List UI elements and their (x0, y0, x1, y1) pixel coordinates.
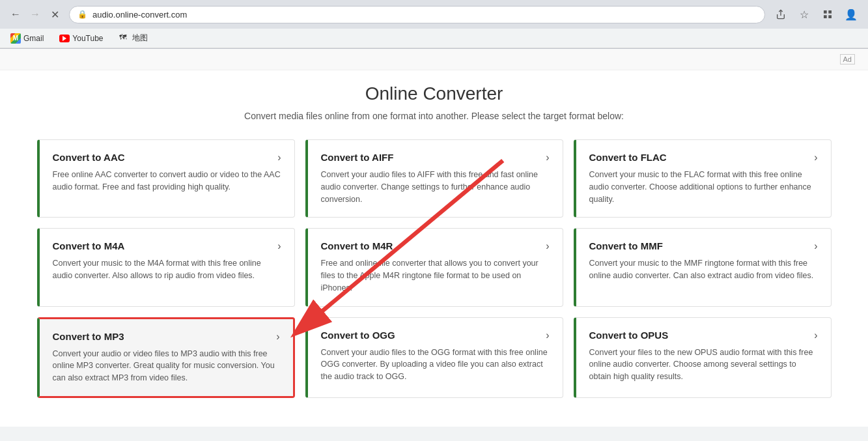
browser-actions: ☆ 👤 (772, 5, 860, 23)
bookmark-maps[interactable]: 🗺 地图 (117, 31, 150, 45)
extensions-button[interactable] (819, 5, 837, 23)
card-m4r-desc: Free and online file converter that allo… (321, 257, 550, 294)
forward-button[interactable]: → (27, 7, 43, 22)
card-flac[interactable]: Convert to FLAC › Convert your music to … (574, 139, 832, 218)
card-aiff-arrow: › (546, 152, 549, 164)
page-subtitle: Convert media files online from one form… (37, 111, 832, 121)
page-title: Online Converter (37, 83, 832, 104)
bookmarks-bar: M Gmail YouTube 🗺 地图 (0, 29, 868, 48)
card-mp3-desc: Convert your audio or video files to MP3… (53, 348, 280, 384)
card-aiff[interactable]: Convert to AIFF › Convert your audio fil… (305, 139, 563, 218)
card-flac-title: Convert to FLAC (589, 152, 667, 163)
card-ogg-arrow: › (546, 330, 549, 341)
main-content: Online Converter Convert media files onl… (11, 70, 858, 411)
card-ogg-title: Convert to OGG (321, 330, 395, 341)
card-ogg-desc: Convert your audio files to the OGG form… (321, 347, 550, 383)
card-m4a-desc: Convert your music to the M4A format wit… (53, 257, 281, 282)
card-mmf-desc: Convert your music to the MMF ringtone f… (589, 257, 818, 282)
card-m4r-arrow: › (546, 240, 549, 252)
svg-rect-4 (828, 15, 832, 18)
svg-rect-2 (828, 10, 832, 14)
card-flac-arrow: › (814, 152, 817, 164)
bookmark-youtube-label: YouTube (72, 34, 103, 43)
share-button[interactable] (772, 5, 790, 23)
card-m4a[interactable]: Convert to M4A › Convert your music to t… (37, 228, 295, 306)
card-opus-arrow: › (814, 330, 817, 341)
url-text: audio.online-convert.com (92, 10, 187, 20)
youtube-icon (59, 35, 70, 42)
gmail-icon: M (10, 33, 21, 44)
bookmark-gmail-label: Gmail (23, 34, 44, 43)
card-aiff-desc: Convert your audio files to AIFF with th… (321, 169, 550, 205)
bookmark-youtube[interactable]: YouTube (57, 33, 105, 44)
cards-grid: Convert to AAC › Free online AAC convert… (37, 139, 832, 398)
nav-buttons: ← → ✕ (8, 7, 63, 22)
card-m4a-arrow: › (277, 240, 281, 252)
back-button[interactable]: ← (8, 7, 23, 22)
card-mmf[interactable]: Convert to MMF › Convert your music to t… (574, 228, 832, 306)
card-mmf-title: Convert to MMF (589, 240, 663, 251)
card-opus-title: Convert to OPUS (589, 330, 669, 341)
card-opus-desc: Convert your files to the new OPUS audio… (589, 347, 818, 383)
card-mp3-title: Convert to MP3 (53, 331, 124, 342)
card-m4r-title: Convert to M4R (321, 240, 393, 251)
browser-chrome: ← → ✕ 🔒 audio.online-convert.com ☆ 👤 M G… (0, 0, 868, 49)
bookmark-gmail[interactable]: M Gmail (8, 32, 46, 45)
bookmark-button[interactable]: ☆ (795, 5, 813, 23)
card-aac-title: Convert to AAC (53, 152, 125, 163)
card-mmf-arrow: › (814, 240, 817, 252)
ad-area: Ad (0, 49, 868, 70)
card-ogg[interactable]: Convert to OGG › Convert your audio file… (305, 317, 563, 398)
svg-rect-1 (824, 10, 827, 14)
card-aiff-title: Convert to AIFF (321, 152, 394, 163)
card-aac-arrow: › (277, 152, 281, 164)
address-bar[interactable]: 🔒 audio.online-convert.com (69, 6, 765, 23)
browser-toolbar: ← → ✕ 🔒 audio.online-convert.com ☆ 👤 (0, 0, 868, 29)
maps-icon: 🗺 (119, 33, 130, 44)
card-mp3-arrow: › (276, 331, 279, 343)
profile-button[interactable]: 👤 (842, 5, 860, 23)
card-opus[interactable]: Convert to OPUS › Convert your files to … (574, 317, 832, 398)
lock-icon: 🔒 (77, 10, 87, 19)
card-aac[interactable]: Convert to AAC › Free online AAC convert… (37, 139, 295, 218)
svg-rect-3 (824, 15, 827, 18)
reload-button[interactable]: ✕ (47, 7, 63, 22)
ad-label: Ad (840, 54, 855, 64)
card-mp3[interactable]: Convert to MP3 › Convert your audio or v… (37, 317, 295, 398)
page-content: Ad Online Converter Convert media files … (0, 49, 868, 427)
card-m4a-title: Convert to M4A (53, 240, 125, 251)
bookmark-maps-label: 地图 (132, 33, 148, 44)
card-flac-desc: Convert your music to the FLAC format wi… (589, 169, 818, 205)
card-aac-desc: Free online AAC converter to convert aud… (53, 169, 281, 193)
card-m4r[interactable]: Convert to M4R › Free and online file co… (305, 228, 563, 306)
